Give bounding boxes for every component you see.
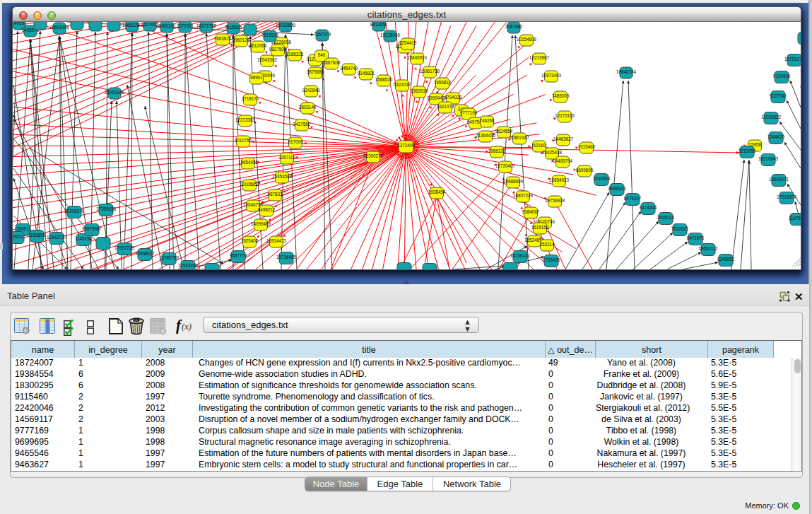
svg-text:15692971: 15692971 [769,177,789,182]
svg-text:1621072: 1621072 [437,104,454,109]
svg-text:252214: 252214 [539,242,555,247]
svg-text:10688609: 10688609 [503,179,524,184]
svg-text:26053346: 26053346 [105,90,125,95]
svg-text:10653287: 10653287 [122,23,143,28]
svg-text:5322037: 5322037 [394,82,411,87]
svg-text:9612954: 9612954 [249,43,267,48]
svg-text:9242848: 9242848 [302,88,320,93]
svg-text:16210643: 16210643 [758,156,779,161]
svg-text:546: 546 [318,52,326,57]
svg-text:10648784: 10648784 [616,69,637,74]
svg-text:14495794: 14495794 [553,158,573,163]
svg-text:(x): (x) [182,321,192,332]
svg-text:6794028: 6794028 [445,95,462,100]
svg-text:1527602: 1527602 [141,22,159,27]
svg-text:8960124: 8960124 [233,37,250,42]
svg-text:16033809: 16033809 [276,23,296,28]
svg-text:1372400: 1372400 [397,143,415,148]
svg-text:6466160: 6466160 [158,23,176,28]
svg-text:8498212: 8498212 [258,207,276,212]
svg-text:35001: 35001 [16,226,29,231]
svg-text:1112: 1112 [800,35,801,40]
svg-text:17016504: 17016504 [777,194,797,199]
svg-text:98901: 98901 [250,75,263,80]
svg-text:917006: 917006 [288,139,303,144]
svg-text:1071911: 1071911 [177,23,194,28]
svg-text:9115460: 9115460 [578,144,596,149]
svg-text:9777169: 9777169 [460,110,478,115]
svg-text:12942737: 12942737 [47,235,67,240]
svg-text:2867608: 2867608 [323,60,341,65]
svg-text:17957225: 17957225 [114,245,135,250]
svg-text:12213967: 12213967 [529,55,550,60]
svg-text:12275115: 12275115 [555,113,575,118]
svg-text:8938923: 8938923 [608,186,626,191]
svg-text:2935114: 2935114 [657,215,675,220]
svg-text:1010755: 1010755 [235,138,252,143]
svg-text:1615152: 1615152 [531,225,549,230]
svg-text:8454749: 8454749 [341,66,358,71]
svg-text:19106852: 19106852 [240,182,260,187]
svg-text:12923446: 12923446 [178,263,199,268]
svg-text:19218906: 19218906 [380,33,401,37]
svg-text:7955812: 7955812 [434,80,452,85]
svg-text:7632621: 7632621 [671,226,689,231]
svg-text:10807487: 10807487 [510,135,530,140]
svg-text:10654112: 10654112 [698,246,718,251]
svg-text:9129906: 9129906 [773,74,791,78]
svg-text:10973493: 10973493 [541,73,562,78]
svg-text:6699695: 6699695 [576,168,594,173]
svg-text:1362615: 1362615 [411,88,428,93]
svg-text:7357274: 7357274 [314,32,331,37]
svg-text:1938454: 1938454 [428,189,446,194]
svg-text:1244415: 1244415 [767,134,785,139]
svg-text:7485003: 7485003 [552,93,570,98]
svg-text:1588520: 1588520 [375,77,393,82]
svg-text:9427552: 9427552 [293,122,311,127]
svg-text:1254419: 1254419 [399,40,417,45]
svg-text:9474444: 9474444 [640,205,657,210]
svg-text:7663822: 7663822 [214,36,232,41]
svg-text:21364436: 21364436 [476,133,496,138]
svg-text:10958117: 10958117 [135,251,155,256]
svg-text:25300275: 25300275 [363,153,384,158]
svg-text:10025438: 10025438 [542,150,563,155]
svg-text:9084067: 9084067 [522,209,540,214]
svg-text:16914473: 16914473 [266,238,287,243]
svg-text:3267110: 3267110 [278,155,296,160]
svg-text:3215955: 3215955 [739,148,756,153]
svg-text:7515526: 7515526 [225,25,242,30]
svg-text:1733426: 1733426 [543,257,560,262]
svg-text:15640910: 15640910 [407,55,428,60]
svg-text:8471676: 8471676 [687,235,705,240]
svg-text:2087682: 2087682 [505,24,523,29]
svg-text:3875685: 3875685 [307,69,324,74]
svg-text:10671355: 10671355 [196,23,217,28]
svg-text:14099489: 14099489 [251,221,271,226]
svg-text:18807249: 18807249 [513,193,534,198]
svg-text:16782759: 16782759 [159,255,180,260]
svg-text:10543362: 10543362 [257,57,278,62]
svg-text:90975887: 90975887 [82,226,102,231]
svg-text:9827509: 9827509 [269,47,287,52]
svg-text:20206570: 20206570 [64,209,85,214]
svg-text:19654923: 19654923 [549,177,570,182]
svg-text:6479197: 6479197 [624,196,642,201]
svg-text:14136141: 14136141 [510,253,531,258]
svg-text:62160: 62160 [533,143,546,148]
svg-text:19654955: 19654955 [238,160,259,165]
svg-text:8990448: 8990448 [428,95,445,100]
svg-text:1167534: 1167534 [789,216,801,221]
svg-text:12093822: 12093822 [761,115,782,119]
svg-text:3624554: 3624554 [495,129,513,134]
svg-text:987833: 987833 [267,192,283,197]
svg-text:39151: 39151 [13,234,23,239]
svg-text:9227341: 9227341 [770,93,787,98]
svg-text:140557: 140557 [13,22,27,25]
svg-text:14463627: 14463627 [553,136,574,141]
svg-text:1156859: 1156859 [28,233,46,238]
svg-text:15716485: 15716485 [276,255,297,259]
svg-text:7515526: 7515526 [261,33,279,37]
svg-text:7625402: 7625402 [241,238,259,243]
svg-text:20691406: 20691406 [49,25,70,30]
